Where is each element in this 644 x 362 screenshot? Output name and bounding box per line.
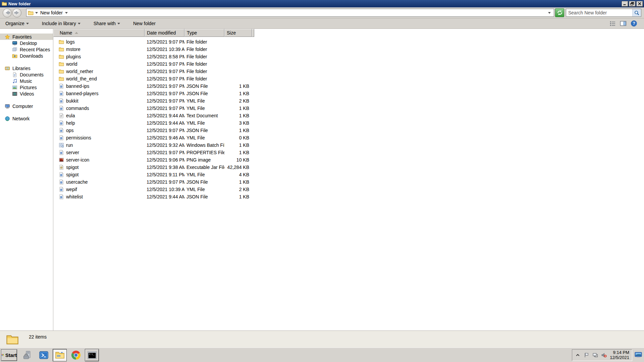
file-name-cell[interactable]: help xyxy=(53,120,145,126)
file-row-bukkit[interactable]: bukkit12/5/2021 9:07 PMYML File2 KB xyxy=(53,97,644,105)
sidebar-group-favorites[interactable]: Favorites xyxy=(0,34,53,40)
library-icon xyxy=(5,66,10,71)
file-row-ops[interactable]: ops12/5/2021 9:07 PMJSON File1 KB xyxy=(53,127,644,134)
file-row-run[interactable]: run12/5/2021 9:32 AMWindows Batch File1 … xyxy=(53,141,644,149)
back-button[interactable] xyxy=(3,8,12,17)
file-name-cell[interactable]: world xyxy=(53,61,145,67)
sidebar-item-music[interactable]: Music xyxy=(0,78,53,84)
forward-button[interactable] xyxy=(12,8,21,17)
action-center-flag-icon[interactable] xyxy=(584,352,589,358)
sidebar-item-pictures[interactable]: Pictures xyxy=(0,84,53,90)
sidebar-item-downloads[interactable]: Downloads xyxy=(0,53,53,59)
file-row-world-the-end[interactable]: world_the_end12/5/2021 9:07 PMFile folde… xyxy=(53,75,644,82)
server-manager-button[interactable] xyxy=(22,349,33,361)
file-row-whitelist[interactable]: whitelist12/5/2021 9:44 AMJSON File1 KB xyxy=(53,193,644,200)
file-name-cell[interactable]: logs xyxy=(53,39,145,45)
file-row-mstore[interactable]: mstore12/5/2021 10:39 AMFile folder xyxy=(53,46,644,53)
address-chevron-icon[interactable] xyxy=(35,12,38,14)
file-row-banned-players[interactable]: banned-players12/5/2021 9:07 PMJSON File… xyxy=(53,90,644,97)
help-button[interactable] xyxy=(631,20,637,27)
search-box[interactable] xyxy=(566,9,641,17)
organize-button[interactable]: Organize xyxy=(4,19,32,28)
file-row-plugins[interactable]: plugins12/5/2021 8:58 PMFile folder xyxy=(53,53,644,60)
file-name-cell[interactable]: eula xyxy=(53,113,145,118)
share-with-button[interactable]: Share with xyxy=(92,19,123,28)
file-row-world[interactable]: world12/5/2021 9:07 PMFile folder xyxy=(53,60,644,68)
file-name-cell[interactable]: server xyxy=(53,150,145,155)
file-name-cell[interactable]: spigot xyxy=(53,165,145,170)
file-row-banned-ips[interactable]: banned-ips12/5/2021 9:07 PMJSON File1 KB xyxy=(53,82,644,90)
muted-speaker-icon[interactable] xyxy=(601,352,607,358)
new-folder-button[interactable]: New folder xyxy=(132,19,157,28)
file-name-cell[interactable]: server-icon xyxy=(53,157,145,163)
downloads-icon xyxy=(12,53,17,59)
file-row-commands[interactable]: commands12/5/2021 9:07 PMYML File1 KB xyxy=(53,105,644,112)
include-in-library-button[interactable]: Include in library xyxy=(41,19,84,28)
file-row-logs[interactable]: logs12/5/2021 9:07 PMFile folder xyxy=(53,38,644,46)
file-row-permissions[interactable]: permissions12/5/2021 9:46 AMYML File0 KB xyxy=(53,134,644,141)
file-date: 12/5/2021 9:46 AM xyxy=(145,135,184,140)
sidebar-item-recent-places[interactable]: Recent Places xyxy=(0,46,53,53)
network-tray-icon[interactable] xyxy=(592,352,598,358)
search-button[interactable] xyxy=(632,9,641,16)
hidden-icons-chevron[interactable] xyxy=(575,352,581,358)
file-row-spigot[interactable]: spigot12/5/2021 9:38 AMExecutable Jar Fi… xyxy=(53,164,644,171)
folder-file-icon xyxy=(59,61,64,67)
powershell-button[interactable] xyxy=(38,349,49,361)
file-name-cell[interactable]: banned-players xyxy=(53,91,145,96)
restore-button[interactable] xyxy=(629,1,636,7)
preview-pane-button[interactable] xyxy=(620,20,627,27)
file-name-cell[interactable]: permissions xyxy=(53,135,145,140)
breadcrumb-chevron-icon[interactable] xyxy=(65,12,68,14)
file-row-spigot[interactable]: spigot12/5/2021 9:11 PMYML File4 KB xyxy=(53,171,644,178)
breadcrumb[interactable]: New folder xyxy=(40,10,63,15)
address-bar[interactable]: New folder xyxy=(26,9,554,17)
file-name-cell[interactable]: plugins xyxy=(53,54,145,59)
file-row-wepif[interactable]: wepif12/5/2021 10:39 AMYML File2 KB xyxy=(53,186,644,193)
file-name-cell[interactable]: whitelist xyxy=(53,194,145,199)
command-prompt-taskbar-button[interactable] xyxy=(85,349,99,361)
file-date: 12/5/2021 9:07 PM xyxy=(145,69,184,74)
file-name-cell[interactable]: commands xyxy=(53,106,145,111)
tray-clock[interactable]: 9:14 PM 12/5/2021 xyxy=(610,350,629,360)
file-name-cell[interactable]: world_the_end xyxy=(53,76,145,81)
file-name-cell[interactable]: spigot xyxy=(53,172,145,177)
search-input[interactable] xyxy=(566,10,632,15)
sidebar-group-libraries[interactable]: Libraries xyxy=(0,65,53,71)
show-desktop-button[interactable] xyxy=(634,351,642,359)
sidebar-item-label: Desktop xyxy=(20,41,37,46)
file-row-eula[interactable]: eula12/5/2021 9:44 AMText Document1 KB xyxy=(53,112,644,119)
sidebar-group-network[interactable]: Network xyxy=(0,115,53,122)
file-name-cell[interactable]: world_nether xyxy=(53,69,145,74)
file-row-server-icon[interactable]: server-icon12/5/2021 9:06 PMPNG image10 … xyxy=(53,156,644,164)
address-history-chevron-icon[interactable] xyxy=(548,12,551,14)
sidebar-item-desktop[interactable]: Desktop xyxy=(0,40,53,46)
close-button[interactable] xyxy=(636,1,643,7)
sidebar-item-videos[interactable]: Videos xyxy=(0,90,53,97)
chrome-button[interactable] xyxy=(70,349,82,361)
file-name-cell[interactable]: usercache xyxy=(53,179,145,185)
file-name-cell[interactable]: bukkit xyxy=(53,98,145,104)
explorer-taskbar-button[interactable] xyxy=(53,349,67,361)
file-name-cell[interactable]: run xyxy=(53,142,145,148)
file-type: PROPERTIES File xyxy=(184,150,224,155)
sidebar-group-computer[interactable]: Computer xyxy=(0,103,53,109)
minimize-button[interactable] xyxy=(622,1,628,7)
file-name-cell[interactable]: ops xyxy=(53,128,145,133)
column-header-size[interactable]: Size xyxy=(224,29,252,37)
column-header-date-modified[interactable]: Date modified xyxy=(145,29,184,37)
file-name-cell[interactable]: banned-ips xyxy=(53,83,145,89)
file-name-cell[interactable]: mstore xyxy=(53,47,145,52)
column-header-name[interactable]: Name xyxy=(53,29,145,37)
file-row-usercache[interactable]: usercache12/5/2021 9:07 PMJSON File1 KB xyxy=(53,178,644,186)
title-bar[interactable]: New folder xyxy=(0,0,644,7)
views-button[interactable] xyxy=(609,20,616,27)
file-row-world-nether[interactable]: world_nether12/5/2021 9:07 PMFile folder xyxy=(53,68,644,75)
start-button[interactable]: Start xyxy=(1,349,17,361)
file-row-server[interactable]: server12/5/2021 9:07 PMPROPERTIES File1 … xyxy=(53,149,644,156)
file-name-cell[interactable]: wepif xyxy=(53,187,145,192)
column-header-type[interactable]: Type xyxy=(184,29,224,37)
file-row-help[interactable]: help12/5/2021 9:44 AMYML File3 KB xyxy=(53,119,644,127)
sidebar-item-documents[interactable]: Documents xyxy=(0,71,53,78)
refresh-button[interactable] xyxy=(555,8,564,17)
